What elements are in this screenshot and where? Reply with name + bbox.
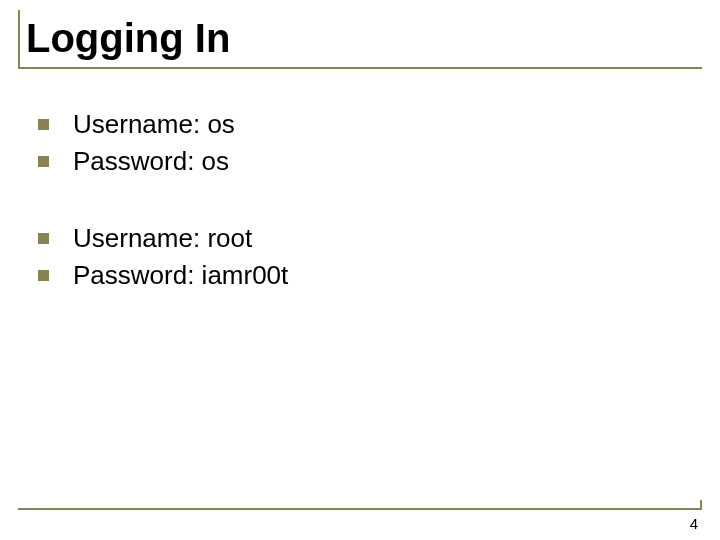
bottom-border: [18, 508, 702, 510]
square-bullet-icon: [38, 233, 49, 244]
list-item: Password: iamr00t: [38, 260, 702, 291]
list-item-text: Username: root: [73, 223, 252, 254]
square-bullet-icon: [38, 270, 49, 281]
list-item-text: Username: os: [73, 109, 235, 140]
content-area: Username: os Password: os Username: root…: [18, 69, 702, 291]
slide-title: Logging In: [20, 16, 702, 61]
slide: Logging In Username: os Password: os Use…: [18, 10, 702, 510]
bullet-group: Username: os Password: os: [38, 109, 702, 177]
list-item: Username: root: [38, 223, 702, 254]
list-item-text: Password: iamr00t: [73, 260, 288, 291]
square-bullet-icon: [38, 119, 49, 130]
title-container: Logging In: [18, 10, 702, 69]
bullet-group: Username: root Password: iamr00t: [38, 223, 702, 291]
list-item: Password: os: [38, 146, 702, 177]
list-item-text: Password: os: [73, 146, 229, 177]
square-bullet-icon: [38, 156, 49, 167]
list-item: Username: os: [38, 109, 702, 140]
page-number: 4: [690, 515, 698, 532]
